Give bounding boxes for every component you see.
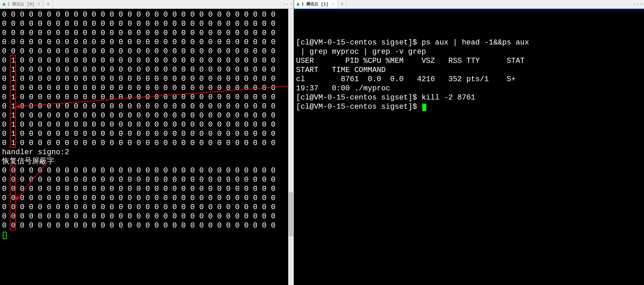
terminal-line: 0 0 0 0 0 0 0 0 0 0 0 0 0 0 0 0 0 0 0 0 … — [2, 10, 292, 19]
terminal-line — [2, 230, 292, 239]
plus-icon: + — [47, 1, 50, 7]
terminal-line: 19:37 0:00 ./myproc — [296, 84, 642, 93]
terminal-line: [cl@VM-0-15-centos sigset]$ — [296, 102, 642, 111]
terminal-line: 0 1 0 0 0 0 0 0 0 0 0 0 0 0 0 0 0 0 0 0 … — [2, 129, 292, 139]
close-icon[interactable]: × — [332, 2, 334, 7]
terminal-line: 0 1 0 0 0 0 0 0 0 0 0 0 0 0 0 0 0 0 0 0 … — [2, 65, 292, 74]
tab-menu-icon[interactable]: ≡ — [640, 2, 643, 6]
terminal-line: START TIME COMMAND — [296, 66, 642, 75]
cursor-icon — [422, 104, 426, 111]
tab-next-icon[interactable]: ▸ — [287, 2, 289, 6]
scrollbar-left[interactable] — [288, 9, 294, 285]
tab-nav: ◂ ▸ ≡ — [283, 0, 292, 8]
terminal-line: 0 0 0 0 0 0 0 0 0 0 0 0 0 0 0 0 0 0 0 0 … — [2, 175, 292, 184]
terminal-line: [cl@VM-0-15-centos sigset]$ kill -2 8761 — [296, 93, 642, 102]
terminal-left[interactable]: 0 0 0 0 0 0 0 0 0 0 0 0 0 0 0 0 0 0 0 0 … — [0, 9, 294, 285]
status-dot-icon — [3, 3, 5, 6]
cursor-icon — [3, 232, 7, 239]
terminal-line: 0 0 0 0 0 0 0 0 0 0 0 0 0 0 0 0 0 0 0 0 … — [2, 212, 292, 221]
terminal-line: 0 0 0 0 0 0 0 0 0 0 0 0 0 0 0 0 0 0 0 0 … — [2, 19, 292, 29]
plus-icon: + — [341, 1, 344, 7]
terminal-line: | grep myproc | grep -v grep — [296, 47, 642, 56]
tab-label: 1 腾讯云 [1] — [301, 2, 328, 7]
terminal-line: USER PID %CPU %MEM VSZ RSS TTY STAT — [296, 56, 642, 66]
tab-label: 1 腾讯云 [0] — [7, 1, 34, 7]
terminal-right[interactable]: [cl@VM-0-15-centos sigset]$ ps aux | hea… — [294, 9, 644, 285]
tab-menu-icon[interactable]: ≡ — [290, 2, 292, 6]
tab-bar-right: 1 腾讯云 [1] × + ◂ ▸ ≡ — [294, 0, 644, 9]
tab-nav: ◂ ▸ ≡ — [633, 0, 643, 8]
terminal-line: 0 1 0 0 0 0 0 0 0 0 0 0 0 0 0 0 0 0 0 0 … — [2, 111, 292, 120]
tab-prev-icon[interactable]: ◂ — [633, 2, 636, 6]
terminal-line: 0 1 0 0 0 0 0 0 0 0 0 0 0 0 0 0 0 0 0 0 … — [2, 120, 292, 129]
tab-left-0[interactable]: 1 腾讯云 [0] × — [0, 0, 44, 8]
terminal-line: 0 1 0 0 0 0 0 0 0 0 0 0 0 0 0 0 0 0 0 0 … — [2, 56, 292, 65]
add-tab-button[interactable]: + — [44, 0, 53, 8]
terminal-line: [cl@VM-0-15-centos sigset]$ ps aux | hea… — [296, 38, 642, 47]
terminal-line: 0 1 0 0 0 0 0 0 0 0 0 0 0 0 0 0 0 0 0 0 … — [2, 84, 292, 93]
status-dot-icon — [297, 3, 299, 6]
terminal-line: 0 0 0 0 0 0 0 0 0 0 0 0 0 0 0 0 0 0 0 0 … — [2, 184, 292, 194]
terminal-line: 0 0 0 0 0 0 0 0 0 0 0 0 0 0 0 0 0 0 0 0 … — [2, 166, 292, 175]
terminal-line: handler signo:2 — [2, 148, 292, 157]
terminal-line: 0 0 0 0 0 0 0 0 0 0 0 0 0 0 0 0 0 0 0 0 … — [2, 203, 292, 212]
terminal-line: 恢复信号屏蔽字 — [2, 157, 292, 166]
app-root: 1 腾讯云 [0] × + ◂ ▸ ≡ 0 0 0 0 0 0 0 0 0 0 … — [0, 0, 644, 285]
terminal-line: 0 0 0 0 0 0 0 0 0 0 0 0 0 0 0 0 0 0 0 0 … — [2, 194, 292, 203]
scrollbar-thumb[interactable] — [289, 192, 293, 236]
terminal-line: 0 1 0 0 0 0 0 0 0 0 0 0 0 0 0 0 0 0 0 0 … — [2, 74, 292, 84]
right-pane: 1 腾讯云 [1] × + ◂ ▸ ≡ [cl@VM-0-15-centos s… — [294, 0, 644, 285]
terminal-line: 0 0 0 0 0 0 0 0 0 0 0 0 0 0 0 0 0 0 0 0 … — [2, 29, 292, 38]
terminal-line: 0 1 0 0 0 0 0 0 0 0 0 0 0 0 0 0 0 0 0 0 … — [2, 102, 292, 111]
tab-bar-left: 1 腾讯云 [0] × + ◂ ▸ ≡ — [0, 0, 294, 9]
close-icon[interactable]: × — [38, 2, 40, 7]
tab-prev-icon[interactable]: ◂ — [283, 2, 285, 6]
add-tab-button[interactable]: + — [338, 0, 347, 8]
terminal-line: 0 1 0 0 0 0 0 0 0 0 0 0 0 0 0 0 0 0 0 0 … — [2, 93, 292, 102]
terminal-line: 0 0 0 0 0 0 0 0 0 0 0 0 0 0 0 0 0 0 0 0 … — [2, 47, 292, 56]
terminal-line: 0 0 0 0 0 0 0 0 0 0 0 0 0 0 0 0 0 0 0 0 … — [2, 38, 292, 47]
terminal-line: 0 1 0 0 0 0 0 0 0 0 0 0 0 0 0 0 0 0 0 0 … — [2, 139, 292, 148]
left-pane: 1 腾讯云 [0] × + ◂ ▸ ≡ 0 0 0 0 0 0 0 0 0 0 … — [0, 0, 294, 285]
terminal-line: cl 8761 0.0 0.0 4216 352 pts/1 S+ — [296, 75, 642, 84]
tab-next-icon[interactable]: ▸ — [637, 2, 639, 6]
tab-right-0[interactable]: 1 腾讯云 [1] × — [294, 0, 338, 8]
terminal-line: 0 0 0 0 0 0 0 0 0 0 0 0 0 0 0 0 0 0 0 0 … — [2, 221, 292, 230]
